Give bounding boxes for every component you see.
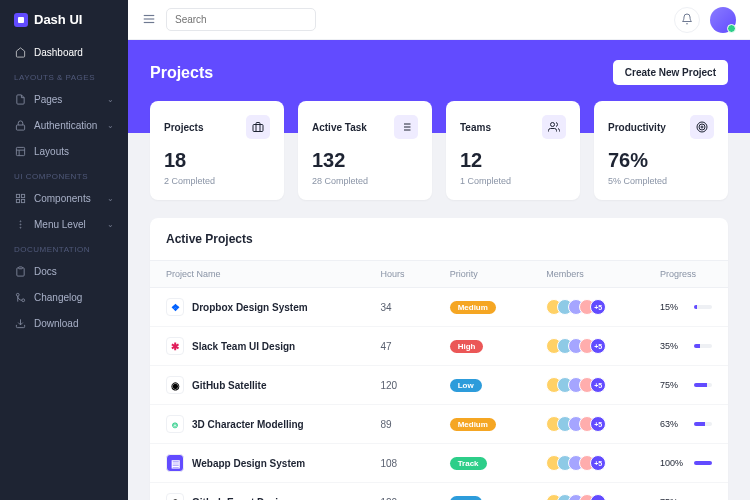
stat-label: Teams xyxy=(460,122,491,133)
sidebar-item-components[interactable]: Components ⌄ xyxy=(0,185,128,211)
stat-value: 12 xyxy=(460,149,566,172)
panel-title: Active Projects xyxy=(150,218,728,260)
project-name: Slack Team UI Design xyxy=(192,341,295,352)
user-avatar[interactable] xyxy=(710,7,736,33)
svg-rect-11 xyxy=(18,266,22,268)
project-hours: 89 xyxy=(364,405,433,444)
sidebar-item-label: Download xyxy=(34,318,78,329)
clipboard-icon xyxy=(14,265,26,277)
search-input[interactable] xyxy=(166,8,316,31)
bell-icon xyxy=(681,13,693,27)
grid-icon xyxy=(14,192,26,204)
briefcase-icon xyxy=(246,115,270,139)
table-row[interactable]: ▤ Webapp Design System 108 Track +5 100% xyxy=(150,444,728,483)
members: +5 xyxy=(546,416,628,432)
menu-toggle-button[interactable] xyxy=(142,12,156,28)
project-hours: 108 xyxy=(364,444,433,483)
chevron-down-icon: ⌄ xyxy=(107,194,114,203)
svg-point-8 xyxy=(20,224,21,225)
stat-label: Active Task xyxy=(312,122,367,133)
priority-badge: Medium xyxy=(450,418,496,431)
svg-rect-18 xyxy=(253,125,263,132)
create-project-button[interactable]: Create New Project xyxy=(613,60,728,85)
svg-rect-6 xyxy=(21,199,24,202)
table-header: Project Name xyxy=(150,261,364,288)
progress-bar xyxy=(694,344,712,348)
members-more[interactable]: +5 xyxy=(590,377,606,393)
list-icon xyxy=(394,115,418,139)
sidebar-item-label: Pages xyxy=(34,94,62,105)
topbar xyxy=(128,0,750,40)
home-icon xyxy=(14,46,26,58)
members: +5 xyxy=(546,494,628,500)
members-more[interactable]: +5 xyxy=(590,416,606,432)
table-header: Hours xyxy=(364,261,433,288)
progress-bar xyxy=(694,383,712,387)
sidebar-item-label: Dashboard xyxy=(34,47,83,58)
svg-rect-7 xyxy=(16,199,19,202)
menu-icon xyxy=(14,218,26,230)
members-more[interactable]: +5 xyxy=(590,299,606,315)
sidebar-item-menu-level[interactable]: Menu Level ⌄ xyxy=(0,211,128,237)
main: Projects Create New Project Projects 18 … xyxy=(128,0,750,500)
git-icon xyxy=(14,291,26,303)
stat-value: 18 xyxy=(164,149,270,172)
project-name: Dropbox Design System xyxy=(192,302,308,313)
members-more[interactable]: +5 xyxy=(590,455,606,471)
table-header: Progress xyxy=(644,261,728,288)
progress-bar xyxy=(694,461,712,465)
sidebar-item-changelog[interactable]: Changelog xyxy=(0,284,128,310)
svg-point-10 xyxy=(20,227,21,228)
table-header: Members xyxy=(530,261,644,288)
table-row[interactable]: ◉ GitHub Satellite 120 Low +5 75% xyxy=(150,366,728,405)
svg-point-25 xyxy=(551,123,555,127)
stat-sub: 2 Completed xyxy=(164,176,270,186)
progress-bar xyxy=(694,305,712,309)
chevron-down-icon: ⌄ xyxy=(107,95,114,104)
priority-badge: Low xyxy=(450,379,482,392)
sidebar-item-pages[interactable]: Pages ⌄ xyxy=(0,86,128,112)
project-name: Webapp Design System xyxy=(192,458,305,469)
page-title: Projects xyxy=(150,64,213,82)
brand[interactable]: Dash UI xyxy=(0,0,128,39)
table-row[interactable]: ◉ Github Event Design 120 Low +5 75% xyxy=(150,483,728,501)
priority-badge: High xyxy=(450,340,484,353)
priority-badge: Track xyxy=(450,457,487,470)
projects-table: Project NameHoursPriorityMembersProgress… xyxy=(150,260,728,500)
sidebar-item-label: Docs xyxy=(34,266,57,277)
table-row[interactable]: ⌾ 3D Character Modelling 89 Medium +5 63… xyxy=(150,405,728,444)
progress-percent: 75% xyxy=(660,380,686,390)
download-icon xyxy=(14,317,26,329)
svg-rect-5 xyxy=(21,194,24,197)
members: +5 xyxy=(546,455,628,471)
brand-icon xyxy=(14,13,28,27)
layout-icon xyxy=(14,145,26,157)
sidebar-item-authentication[interactable]: Authentication ⌄ xyxy=(0,112,128,138)
sidebar-item-dashboard[interactable]: Dashboard xyxy=(0,39,128,65)
active-projects-panel: Active Projects Project NameHoursPriorit… xyxy=(150,218,728,500)
members: +5 xyxy=(546,338,628,354)
svg-point-27 xyxy=(699,124,705,130)
stat-sub: 28 Completed xyxy=(312,176,418,186)
members-more[interactable]: +5 xyxy=(590,494,606,500)
sidebar-item-download[interactable]: Download xyxy=(0,310,128,336)
nav-group-title: DOCUMENTATION xyxy=(0,237,128,258)
stat-label: Productivity xyxy=(608,122,666,133)
notifications-button[interactable] xyxy=(674,7,700,33)
members-more[interactable]: +5 xyxy=(590,338,606,354)
sidebar-item-layouts[interactable]: Layouts xyxy=(0,138,128,164)
svg-rect-0 xyxy=(16,125,24,130)
svg-point-12 xyxy=(21,298,24,301)
progress-percent: 63% xyxy=(660,419,686,429)
sidebar-item-label: Layouts xyxy=(34,146,69,157)
sidebar-item-docs[interactable]: Docs xyxy=(0,258,128,284)
progress-percent: 100% xyxy=(660,458,686,468)
chevron-down-icon: ⌄ xyxy=(107,220,114,229)
table-row[interactable]: ✱ Slack Team UI Design 47 High +5 35% xyxy=(150,327,728,366)
stat-value: 76% xyxy=(608,149,714,172)
table-row[interactable]: ❖ Dropbox Design System 34 Medium +5 15% xyxy=(150,288,728,327)
project-hours: 47 xyxy=(364,327,433,366)
project-hours: 120 xyxy=(364,483,433,501)
stat-card-projects: Projects 18 2 Completed xyxy=(150,101,284,200)
stat-sub: 1 Completed xyxy=(460,176,566,186)
